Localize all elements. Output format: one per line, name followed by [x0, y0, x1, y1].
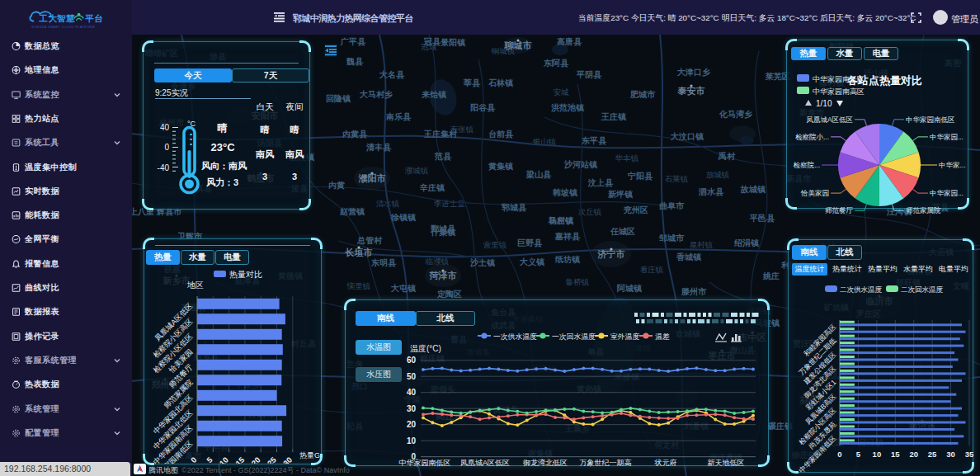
svg-text:中华家园南高区: 中华家园南高区: [813, 87, 865, 96]
svg-text:温度(°C): 温度(°C): [410, 344, 441, 353]
svg-text:恰美家园: 恰美家园: [800, 189, 829, 197]
svg-text:10: 10: [407, 436, 417, 445]
svg-text:10: 10: [873, 450, 882, 459]
svg-text:冠县: 冠县: [423, 37, 441, 46]
svg-text:20: 20: [249, 455, 261, 464]
svg-text:石莱镇: 石莱镇: [665, 174, 689, 183]
svg-text:大屯镇: 大屯镇: [390, 284, 417, 293]
svg-text:阿城镇: 阿城镇: [617, 284, 643, 293]
svg-text:兖州区: 兖州区: [623, 205, 648, 214]
svg-text:台前县: 台前县: [488, 130, 514, 139]
svg-text:30: 30: [407, 404, 417, 413]
svg-text:肥城市: 肥城市: [629, 90, 656, 99]
svg-text:营里镇: 营里镇: [483, 240, 507, 249]
svg-text:凤凰城A区低区: 凤凰城A区低区: [460, 459, 510, 467]
svg-text:来饴镇: 来饴镇: [421, 90, 447, 99]
svg-text:菏泽市: 菏泽市: [429, 271, 457, 280]
svg-text:中华家园...: 中华家园...: [930, 189, 964, 197]
svg-text:中华家园南低区: 中华家园南低区: [399, 459, 451, 467]
svg-text:化马湾乡: 化马湾乡: [719, 110, 752, 119]
svg-text:检察院小...: 检察院小...: [795, 133, 829, 141]
svg-text:师范家属院: 师范家属院: [906, 206, 941, 214]
svg-text:滕州市: 滕州市: [681, 287, 707, 296]
svg-text:邹城市: 邹城市: [658, 233, 685, 243]
svg-text:万象世纪一期高: 万象世纪一期高: [580, 459, 632, 467]
svg-text:内黄: 内黄: [328, 181, 345, 190]
svg-text:郓城县: 郓城县: [501, 203, 527, 212]
svg-text:SONGDA SMART CLOUD PLATFORM: SONGDA SMART CLOUD PLATFORM: [31, 26, 95, 29]
svg-text:60: 60: [407, 356, 417, 365]
svg-text:赵营镇: 赵营镇: [339, 207, 365, 216]
svg-text:阳谷县: 阳谷县: [470, 103, 496, 112]
svg-text:东明县: 东明县: [370, 258, 397, 267]
svg-text:40: 40: [407, 388, 417, 397]
svg-text:姚庄: 姚庄: [762, 271, 780, 280]
svg-text:泗水县: 泗水县: [698, 187, 724, 196]
svg-text:高唐县: 高唐县: [557, 37, 582, 46]
svg-text:徐镇镇: 徐镇镇: [390, 213, 417, 222]
svg-text:看庄镇: 看庄镇: [640, 265, 664, 274]
svg-text:御龙湾北低区: 御龙湾北低区: [523, 459, 568, 467]
svg-text:纸坊镇: 纸坊镇: [554, 255, 581, 264]
svg-text:20: 20: [909, 450, 918, 459]
svg-text:15: 15: [233, 455, 247, 464]
svg-text:辛庄镇: 辛庄镇: [419, 183, 445, 192]
svg-text:一次回水温度: 一次回水温度: [552, 332, 596, 341]
svg-text:50: 50: [407, 372, 417, 381]
svg-text:15: 15: [891, 450, 900, 459]
svg-text:中华家园南低区: 中华家园南低区: [906, 115, 955, 124]
svg-text:东平县: 东平县: [581, 136, 607, 145]
svg-text:温差: 温差: [655, 332, 670, 341]
svg-text:中华家...: 中华家...: [939, 161, 966, 169]
svg-text:安城: 安城: [554, 87, 570, 97]
svg-text:泰安市: 泰安市: [677, 86, 705, 96]
svg-text:25: 25: [928, 450, 937, 459]
svg-text:禹村: 禹村: [719, 152, 736, 161]
svg-text:各站点热量对比: 各站点热量对比: [846, 74, 922, 87]
svg-text:濮阳市: 濮阳市: [358, 173, 386, 183]
svg-text:30: 30: [281, 455, 294, 464]
svg-text:25: 25: [266, 455, 279, 464]
svg-text:热量对比: 热量对比: [229, 270, 262, 279]
svg-text:腾讯地图: 腾讯地图: [148, 466, 178, 474]
svg-text:香城镇: 香城镇: [676, 252, 702, 262]
svg-text:二次回水温度: 二次回水温度: [901, 285, 944, 294]
svg-text:检察院...: 检察院...: [793, 161, 820, 169]
svg-text:5: 5: [205, 455, 214, 464]
svg-text:0: 0: [189, 455, 199, 464]
svg-text:总管村: 总管村: [356, 236, 383, 245]
svg-text:定陶区: 定陶区: [436, 290, 462, 299]
svg-text:临濮镇: 临濮镇: [426, 257, 450, 266]
svg-text:莘县: 莘县: [463, 78, 481, 87]
svg-text:济宁市: 济宁市: [597, 249, 625, 259]
svg-text:大义镇: 大义镇: [519, 257, 545, 266]
svg-text:汶上县: 汶上县: [587, 178, 614, 187]
svg-text:大名县: 大名县: [379, 70, 405, 79]
svg-text:回隆镇: 回隆镇: [326, 94, 351, 103]
svg-text:-40: -40: [158, 163, 170, 172]
svg-text:黄集镇: 黄集镇: [488, 162, 514, 171]
svg-text:放城镇: 放城镇: [706, 170, 730, 179]
svg-text:师范餐厅: 师范餐厅: [825, 206, 854, 214]
svg-text:沙河站镇: 沙河站镇: [563, 160, 598, 169]
svg-text:二次供水温度: 二次供水温度: [840, 285, 883, 294]
svg-text:东阿县: 东阿县: [543, 59, 569, 68]
svg-text:一次供水温度: 一次供水温度: [493, 332, 537, 341]
svg-text:大马村乡: 大马村乡: [359, 90, 393, 99]
svg-text:状元府: 状元府: [654, 459, 677, 467]
svg-text:魏县: 魏县: [346, 57, 364, 66]
svg-text:20: 20: [407, 420, 417, 429]
svg-text:清丰县: 清丰县: [365, 143, 392, 152]
svg-text:广平县: 广平县: [340, 37, 366, 46]
svg-text:内黄县: 内黄县: [342, 130, 368, 139]
svg-text:新坪镇: 新坪镇: [607, 190, 634, 199]
svg-text:大汶口镇: 大汶口镇: [670, 132, 704, 141]
svg-text:平阴县: 平阴县: [576, 70, 602, 79]
svg-text:马村镇: 马村镇: [549, 216, 574, 225]
svg-text:濮城镇: 濮城镇: [405, 166, 429, 175]
svg-text:华丰镇: 华丰镇: [615, 153, 639, 163]
svg-text:曲阜市: 曲阜市: [659, 201, 685, 210]
svg-text:石林镇: 石林镇: [488, 78, 514, 87]
svg-text:0: 0: [164, 143, 169, 152]
svg-text:鲁桥镇: 鲁桥镇: [566, 277, 590, 286]
